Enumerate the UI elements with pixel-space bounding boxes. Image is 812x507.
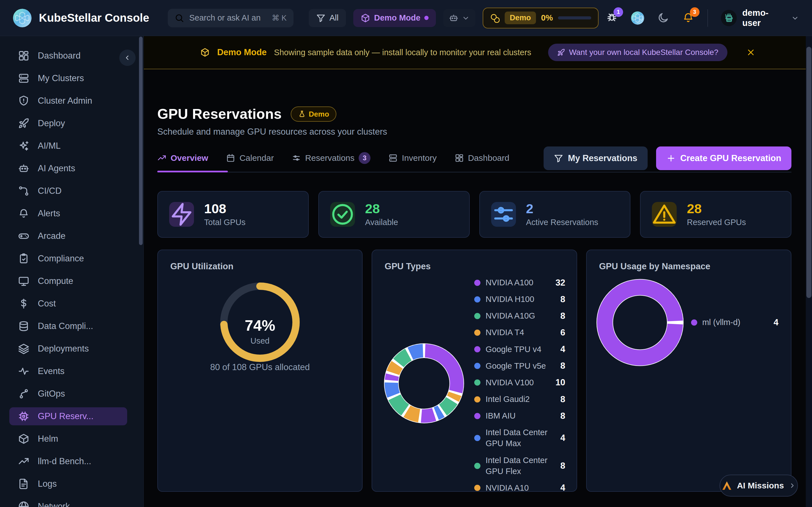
navbar-divider [707, 9, 708, 27]
notifications-button[interactable]: 3 [682, 12, 695, 24]
chevron-right-icon [788, 482, 796, 490]
chart-title: GPU Utilization [170, 262, 350, 272]
sidebar-item-compliance[interactable]: Compliance [9, 249, 127, 268]
scrollbar-thumb[interactable] [806, 47, 811, 298]
cost-usage-widget[interactable]: Demo 0% [483, 8, 599, 29]
tab-overview[interactable]: Overview [157, 153, 208, 163]
sidebar-item-ai-ml[interactable]: AI/ML [9, 137, 127, 155]
sidebar-item-label: Dashboard [38, 51, 81, 61]
sidebar-item-label: Data Compli... [38, 321, 93, 331]
search-placeholder: Search or ask AI an [189, 13, 267, 22]
sidebar-item-data-compli[interactable]: Data Compli... [9, 317, 127, 335]
sidebar-item-gitops[interactable]: GitOps [9, 385, 127, 403]
sidebar-item-label: Logs [38, 479, 57, 489]
user-avatar [721, 10, 737, 26]
sidebar-item-label: Cluster Admin [38, 96, 92, 106]
legend-dot [474, 396, 480, 402]
tab-label: Calendar [239, 153, 274, 163]
legend-label: Intel Data Center GPU Flex [486, 455, 555, 477]
tab-label: Dashboard [468, 153, 509, 163]
utilization-caption: 80 of 108 GPUs allocated [158, 362, 362, 372]
banner-cta-button[interactable]: Want your own local KubeStellar Console? [548, 44, 727, 61]
sidebar-item-dashboard[interactable]: Dashboard [9, 47, 127, 65]
legend-dot [474, 463, 480, 469]
window-scrollbar[interactable] [806, 36, 812, 507]
bug-report-button[interactable]: 1 [606, 12, 618, 24]
legend-item: NVIDIA T46 [474, 327, 565, 338]
sidebar-item-my-clusters[interactable]: My Clusters [9, 69, 127, 87]
sidebar-item-events[interactable]: Events [9, 362, 127, 380]
search-shortcut: ⌘ K [272, 13, 287, 22]
legend-label: Intel Data Center GPU Max [486, 427, 555, 449]
ai-missions-button[interactable]: AI Missions [719, 474, 798, 497]
sidebar-item-cluster-admin[interactable]: Cluster Admin [9, 92, 127, 110]
chevron-left-icon [123, 54, 132, 62]
dashboard-icon [18, 50, 29, 61]
banner-message: Showing sample data only — install local… [274, 48, 531, 57]
my-reservations-button[interactable]: My Reservations [544, 147, 647, 170]
banner-close-button[interactable] [746, 48, 756, 57]
cube-icon [200, 48, 210, 57]
sidebar-item-arcade[interactable]: Arcade [9, 227, 127, 245]
kubestellar-logo [13, 9, 32, 27]
sidebar-item-ci-cd[interactable]: CI/CD [9, 182, 127, 200]
sidebar-collapse-button[interactable] [119, 50, 136, 66]
stat-value: 108 [204, 202, 246, 216]
page-subtitle: Schedule and manage GPU resources across… [157, 127, 792, 137]
legend-value: 32 [555, 278, 565, 288]
legend-label: Google TPU v5e [486, 360, 555, 372]
sidebar-item-gpu-reserv[interactable]: GPU Reserv... [9, 407, 127, 425]
legend-value: 4 [560, 433, 565, 443]
tab-inventory[interactable]: Inventory [389, 153, 437, 163]
legend-value: 4 [774, 318, 778, 328]
sidebar-item-compute[interactable]: Compute [9, 272, 127, 290]
sidebar-item-deploy[interactable]: Deploy [9, 114, 127, 132]
file-text-icon [18, 478, 29, 490]
tab-calendar[interactable]: Calendar [226, 153, 274, 163]
sidebar-item-alerts[interactable]: Alerts [9, 205, 127, 223]
sidebar-item-helm[interactable]: Helm [9, 430, 127, 448]
sidebar-item-network[interactable]: Network [9, 497, 127, 507]
sidebar-item-deployments[interactable]: Deployments [9, 340, 127, 358]
ai-missions-logo [721, 480, 732, 491]
sidebar-item-label: Compute [38, 276, 73, 286]
create-gpu-reservation-button[interactable]: Create GPU Reservation [656, 147, 792, 170]
gpu-types-donut [382, 341, 466, 426]
sidebar-item-label: Events [38, 366, 64, 376]
legend-item: Google TPU v44 [474, 344, 565, 355]
sidebar-item-label: Helm [38, 434, 58, 444]
tab-reservations[interactable]: Reservations3 [292, 152, 370, 164]
charts-row: GPU Utilization 74% Used 80 of 108 GPUs … [157, 249, 792, 492]
legend-label: NVIDIA H100 [486, 294, 555, 305]
legend-value: 8 [560, 394, 565, 404]
agent-select[interactable] [443, 9, 475, 27]
gamepad-icon [18, 230, 29, 242]
search-input[interactable]: Search or ask AI an ⌘ K [168, 9, 293, 27]
stat-card-available: 28Available [318, 191, 470, 238]
coins-icon [490, 13, 500, 23]
tab-dashboard[interactable]: Dashboard [455, 153, 509, 163]
globe-icon [18, 501, 29, 507]
legend-dot [474, 379, 480, 386]
legend-value: 8 [560, 294, 565, 304]
sidebar-item-label: AI Agents [38, 163, 75, 173]
tabs-bar: OverviewCalendarReservations3InventoryDa… [157, 152, 792, 172]
sidebar-item-llm-d-bench[interactable]: llm-d Bench... [9, 452, 127, 470]
sidebar-item-cost[interactable]: Cost [9, 295, 127, 313]
sidebar-item-label: CI/CD [38, 186, 61, 196]
sidebar-scrollbar[interactable] [139, 37, 143, 245]
sidebar-item-logs[interactable]: Logs [9, 475, 127, 493]
legend-item: Intel Data Center GPU Flex8 [474, 455, 565, 477]
kubestellar-mini-logo[interactable] [631, 11, 644, 25]
demo-mode-toggle[interactable]: Demo Mode [353, 9, 436, 27]
filter-all-button[interactable]: All [309, 9, 346, 27]
legend-item: Intel Data Center GPU Max4 [474, 427, 565, 449]
legend-label: NVIDIA T4 [486, 327, 555, 338]
app-title: KubeStellar Console [39, 11, 149, 24]
sidebar-item-ai-agents[interactable]: AI Agents [9, 159, 127, 177]
namespace-legend: ml (vllm-d)4 [691, 317, 778, 328]
user-menu[interactable]: demo-user [721, 8, 799, 28]
rocket-icon [18, 118, 29, 129]
legend-dot [474, 330, 480, 336]
theme-toggle-button[interactable] [657, 12, 669, 24]
